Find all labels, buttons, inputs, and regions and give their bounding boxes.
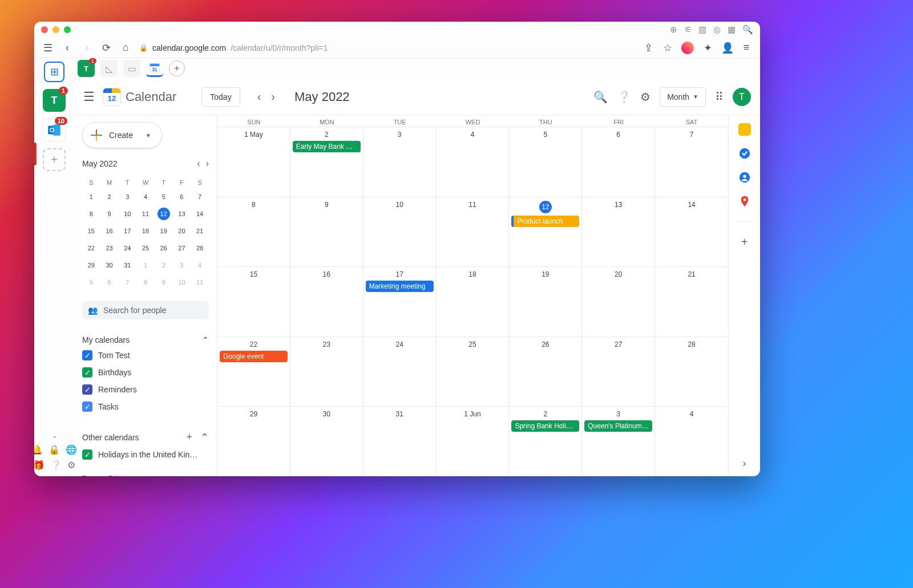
minical-day[interactable]: 5 [85, 276, 98, 289]
minical-day[interactable]: 29 [85, 259, 98, 271]
calendar-cell[interactable]: 28 [655, 337, 728, 407]
bell-icon[interactable]: 🔔 [34, 444, 43, 455]
minical-next-button[interactable]: › [206, 159, 209, 169]
minical-day[interactable]: 24 [121, 242, 134, 254]
next-month-button[interactable]: › [268, 87, 278, 107]
checkbox-icon[interactable]: ✓ [82, 384, 92, 395]
create-button[interactable]: Create ▼ [82, 122, 162, 148]
maps-icon[interactable] [738, 195, 751, 208]
compass-icon[interactable]: ◎ [713, 25, 721, 35]
collapse-panel-button[interactable]: › [743, 457, 746, 476]
calendar-cell[interactable]: 1 May [217, 127, 290, 197]
google-apps-icon[interactable]: ⠿ [715, 90, 724, 104]
padlock-icon[interactable]: 🔒 [49, 444, 60, 455]
view-selector[interactable]: Month ▼ [660, 87, 706, 107]
calendar-cell[interactable]: 4 [655, 407, 728, 476]
tab-workspace[interactable]: T 1 [78, 60, 95, 77]
minical-day[interactable]: 14 [193, 208, 206, 220]
home-button[interactable]: ⌂ [120, 42, 131, 54]
address-bar[interactable]: 🔒 calendar.google.com/calendar/u/0/r/mon… [139, 43, 328, 52]
minical-day[interactable]: 10 [121, 208, 134, 220]
minical-day[interactable]: 27 [175, 242, 188, 254]
minical-day[interactable]: 12 [157, 208, 170, 220]
main-menu-icon[interactable]: ☰ [83, 90, 95, 104]
extensions-icon[interactable]: ✦ [702, 42, 713, 54]
minical-day[interactable]: 3 [121, 190, 134, 203]
tab-calendar[interactable]: 31 [146, 60, 163, 77]
bookmark-icon[interactable]: ☆ [662, 42, 673, 54]
help-icon[interactable]: ❔ [50, 460, 62, 471]
calendar-cell[interactable]: 27 [582, 337, 655, 407]
calendar-cell[interactable]: 6 [582, 127, 655, 197]
event-chip[interactable]: Queen's Platinum Jubilee [584, 420, 652, 432]
calendar-item[interactable]: ✓Birthdays [82, 364, 209, 381]
minical-day[interactable]: 1 [139, 259, 152, 271]
gear-icon[interactable]: ⚙ [67, 460, 75, 471]
minical-day[interactable]: 26 [157, 242, 170, 254]
grid-icon[interactable]: ▦ [728, 25, 736, 35]
minical-day[interactable]: 4 [139, 190, 152, 203]
account-avatar[interactable]: T [733, 88, 751, 106]
minical-day[interactable]: 21 [193, 225, 206, 237]
minical-day[interactable]: 20 [175, 225, 188, 237]
event-chip[interactable]: Product launch [511, 216, 579, 227]
calendar-cell[interactable]: 12Product launch [509, 197, 582, 267]
minical-day[interactable]: 11 [139, 208, 152, 220]
calendar-cell[interactable]: 24 [363, 337, 437, 407]
tab-docs[interactable]: ▭ [123, 60, 140, 77]
event-chip[interactable]: Marketing meeting [366, 281, 434, 292]
minical-day[interactable]: 3 [175, 259, 188, 271]
globe-icon[interactable]: ⊕ [670, 25, 677, 35]
minimize-window-button[interactable] [52, 26, 59, 33]
calendar-cell[interactable]: 21 [655, 267, 728, 336]
close-window-button[interactable] [41, 26, 48, 33]
workspace-tile[interactable]: T 1 [43, 89, 66, 112]
calendar-cell[interactable]: 8 [217, 197, 290, 267]
calendar-cell[interactable]: 5 [509, 127, 582, 197]
calendar-cell[interactable]: 31 [363, 407, 437, 476]
calendar-cell[interactable]: 9 [290, 197, 363, 267]
tasks-icon[interactable] [738, 147, 751, 160]
search-icon[interactable]: 🔍 [742, 25, 753, 35]
event-chip[interactable]: Google event [220, 351, 288, 362]
calendar-cell[interactable]: 23 [290, 337, 363, 407]
calendar-cell[interactable]: 29 [217, 407, 290, 476]
calendar-cell[interactable]: 16 [290, 267, 363, 336]
minical-day[interactable]: 9 [157, 276, 170, 289]
minical-day[interactable]: 30 [103, 259, 116, 271]
chevron-down-icon[interactable]: ⌄ [51, 431, 58, 440]
calendar-cell[interactable]: 20 [582, 267, 655, 336]
calendar-cell[interactable]: 14 [655, 197, 728, 267]
globe-icon[interactable]: 🌐 [66, 444, 77, 455]
minical-day[interactable]: 6 [103, 276, 116, 289]
my-calendars-header[interactable]: My calendars ⌃ [82, 333, 209, 347]
checkbox-icon[interactable]: ✓ [82, 402, 92, 412]
minical-day[interactable]: 1 [85, 190, 98, 203]
gift-icon[interactable]: 🎁 [34, 460, 45, 471]
minical-day[interactable]: 16 [103, 225, 116, 237]
checkbox-icon[interactable]: ✓ [82, 449, 92, 460]
calendar-logo[interactable]: 12 Calendar [103, 88, 176, 106]
share-icon[interactable]: ⇪ [643, 42, 654, 54]
minical-day[interactable]: 9 [103, 208, 116, 220]
minical-day[interactable]: 17 [121, 225, 134, 237]
minical-day[interactable]: 22 [85, 242, 98, 254]
add-space-button[interactable]: + [43, 148, 66, 171]
spaces-grid-icon[interactable]: ⊞ [44, 62, 64, 82]
minical-day[interactable]: 6 [175, 190, 188, 203]
calendar-item[interactable]: ✓Tasks [82, 398, 209, 415]
minical-day[interactable]: 8 [139, 276, 152, 289]
calendar-item[interactable]: ✓Reminders [82, 381, 209, 398]
calendar-cell[interactable]: 18 [437, 267, 510, 336]
sidebar-toggle-icon[interactable]: ☰ [42, 42, 54, 54]
minical-day[interactable]: 15 [85, 225, 98, 237]
columns-icon[interactable]: ▥ [698, 25, 706, 35]
back-button[interactable]: ‹ [62, 42, 73, 54]
calendar-cell[interactable]: 26 [509, 337, 582, 407]
minical-day[interactable]: 10 [175, 276, 188, 289]
contacts-icon[interactable] [738, 171, 751, 184]
minical-day[interactable]: 8 [85, 208, 98, 220]
calendar-cell[interactable]: 22Google event [217, 337, 290, 407]
minical-day[interactable]: 28 [193, 242, 206, 254]
minical-day[interactable]: 31 [121, 259, 134, 271]
